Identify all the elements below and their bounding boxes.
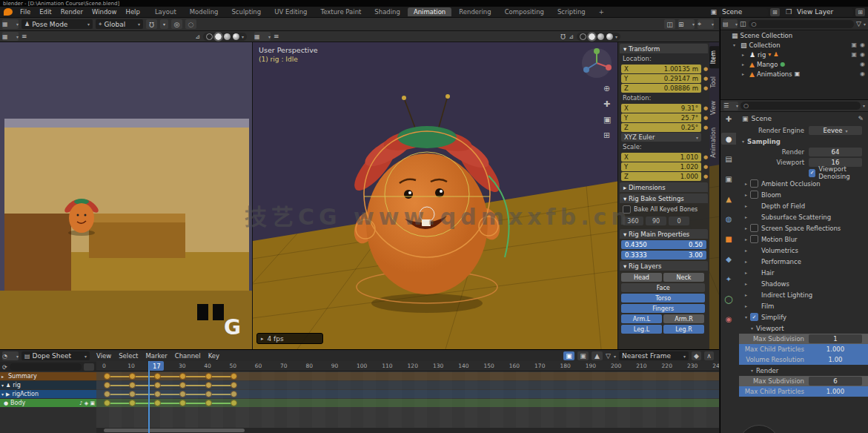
scale-field[interactable]: Y1.020 bbox=[621, 162, 701, 171]
proportional-toggle[interactable]: ◆ bbox=[692, 351, 701, 360]
expand-caret-icon[interactable]: ▾ bbox=[733, 42, 738, 47]
section-checkbox[interactable] bbox=[750, 179, 758, 188]
channel-label[interactable]: Body bbox=[10, 400, 25, 406]
keyframe-decorator-icon[interactable]: ● bbox=[703, 76, 708, 82]
menu-item[interactable]: Help bbox=[121, 8, 144, 16]
properties-section-header[interactable]: Subsurface Scattering bbox=[739, 211, 868, 222]
ghost-toggle[interactable]: ▣ bbox=[577, 351, 589, 360]
outliner-item-label[interactable]: Animations bbox=[757, 70, 792, 78]
channel-toggle-icons[interactable]: ♪ ◈ ▣ bbox=[79, 400, 95, 406]
rotation-field[interactable]: X9.31° bbox=[621, 104, 701, 113]
section-checkbox[interactable] bbox=[750, 224, 758, 232]
render-engine-select[interactable]: Eevee▾ bbox=[809, 126, 862, 135]
proportional-icon[interactable]: ⊿ bbox=[569, 33, 574, 40]
new-view-layer-button[interactable]: ⊞ bbox=[855, 8, 865, 16]
keyframe-decorator-icon[interactable]: ● bbox=[703, 66, 708, 72]
rendered-shading-icon[interactable] bbox=[606, 33, 613, 40]
scale-field[interactable]: Z1.000 bbox=[621, 172, 701, 181]
selectable-toggle-icon[interactable]: ▣ bbox=[851, 51, 857, 58]
new-scene-button[interactable]: ⊞ bbox=[770, 8, 780, 16]
sidebar-tab[interactable]: Item bbox=[709, 46, 719, 68]
section-checkbox[interactable] bbox=[750, 191, 758, 199]
keyframe-decorator-icon[interactable]: ● bbox=[703, 115, 708, 121]
properties-section-header[interactable]: Depth of Field bbox=[739, 200, 868, 211]
menu-item[interactable]: Render bbox=[56, 8, 87, 16]
wireframe-shading-icon[interactable] bbox=[580, 33, 586, 40]
transform-panel-header[interactable]: ▾ Transform bbox=[620, 44, 708, 53]
expand-caret-icon[interactable]: ▸ bbox=[1, 374, 4, 379]
transform-orientation-select[interactable]: ⌖Global▾ bbox=[96, 19, 143, 29]
filter-icon[interactable]: ▽ bbox=[606, 352, 611, 360]
display-mode-icon[interactable]: ◫ bbox=[740, 20, 746, 27]
properties-tab-physics[interactable]: ◯ bbox=[721, 293, 736, 305]
solid-shading-icon[interactable] bbox=[215, 33, 222, 40]
rig-layer-button[interactable]: Neck bbox=[663, 273, 704, 282]
gizmos-toggle[interactable]: ⌖▾ bbox=[698, 19, 714, 29]
simplify-checkbox[interactable]: ✓ bbox=[750, 313, 758, 321]
menu-item[interactable]: File bbox=[16, 8, 35, 16]
snap-options-dropdown[interactable]: ▾ bbox=[160, 19, 168, 29]
current-frame-badge[interactable]: 17 bbox=[149, 361, 164, 371]
rotation-mode-select[interactable]: XYZ Euler▾ bbox=[621, 133, 701, 142]
rig-layer-button[interactable]: Arm.L bbox=[621, 314, 662, 323]
properties-section-header[interactable]: Indirect Lighting bbox=[739, 289, 868, 300]
section-checkbox[interactable] bbox=[750, 235, 758, 243]
sampling-render-field[interactable]: 64 bbox=[809, 148, 862, 156]
visibility-eye-icon[interactable]: ◉ bbox=[860, 70, 865, 77]
workspace-tab[interactable]: Texture Paint bbox=[315, 7, 368, 16]
rendered-shading-icon[interactable] bbox=[233, 33, 239, 40]
outliner-item-label[interactable]: Scene Collection bbox=[741, 32, 793, 39]
outliner-row[interactable]: ▸ ▲ Animations ▣ ◉ bbox=[720, 69, 868, 79]
location-field[interactable]: Z0.08886 m bbox=[621, 84, 701, 93]
visibility-eye-icon[interactable]: ◉ bbox=[860, 51, 865, 58]
visibility-eye-icon[interactable]: ◉ bbox=[860, 61, 865, 67]
dope-menu-item[interactable]: Key bbox=[205, 352, 223, 360]
expand-caret-icon[interactable]: ▾ bbox=[1, 391, 4, 397]
dope-menu-item[interactable]: Marker bbox=[142, 352, 170, 360]
main-editor-type-button[interactable]: ▦▾ bbox=[254, 32, 271, 41]
sidebar-tab[interactable]: Tool bbox=[709, 72, 719, 93]
channel-search-input[interactable] bbox=[10, 363, 82, 371]
scale-field[interactable]: X1.010 bbox=[621, 153, 701, 162]
pan-hand-icon[interactable]: ✚ bbox=[603, 99, 611, 109]
properties-section-header[interactable]: Shadows bbox=[739, 278, 868, 289]
outliner-row[interactable]: ▾ ▧ Collection ▣ ◉ bbox=[720, 40, 868, 50]
properties-section-header[interactable]: Bloom bbox=[739, 189, 868, 200]
dope-editor-type-button[interactable]: ◔▾ bbox=[2, 351, 19, 360]
only-selected-toggle[interactable]: ▣ bbox=[563, 351, 574, 360]
denoise-checkbox[interactable]: ✓ bbox=[809, 169, 815, 177]
hamburger-menu-icon[interactable]: ≡ bbox=[274, 33, 279, 40]
channel-label[interactable]: rigAction bbox=[12, 391, 39, 397]
simplify-viewport-subheader[interactable]: Viewport bbox=[739, 323, 868, 334]
rig-props-panel-header[interactable]: ▾ Rig Main Properties bbox=[620, 229, 708, 239]
properties-search-input[interactable]: ○ bbox=[741, 102, 861, 110]
rig-property-slider[interactable]: 0.43500.50 bbox=[621, 240, 706, 249]
rig-layer-button[interactable]: Face bbox=[621, 283, 705, 292]
expand-caret-icon[interactable]: ▸ bbox=[742, 62, 747, 67]
properties-section-header[interactable]: Film bbox=[739, 300, 868, 311]
menu-item[interactable]: Edit bbox=[35, 8, 56, 16]
menu-item[interactable]: Window bbox=[87, 8, 122, 16]
dope-menu-item[interactable]: Channel bbox=[171, 352, 205, 360]
blender-logo-icon[interactable] bbox=[4, 8, 13, 16]
properties-tab-material[interactable]: ◉ bbox=[721, 313, 736, 325]
workspace-tab[interactable]: Layout bbox=[149, 7, 182, 16]
keyframe-decorator-icon[interactable]: ● bbox=[703, 105, 708, 111]
location-field[interactable]: X1.00135 m bbox=[621, 65, 701, 73]
simplify-value-field[interactable]: 1.000 bbox=[809, 345, 862, 354]
outliner-row[interactable]: ▦ Scene Collection bbox=[720, 30, 868, 40]
hamburger-menu-icon[interactable]: ≡ bbox=[21, 33, 27, 40]
outliner-item-label[interactable]: rig bbox=[758, 51, 766, 59]
filter-icon[interactable]: ▽ bbox=[856, 20, 861, 27]
properties-tab-object[interactable]: ■ bbox=[721, 233, 736, 245]
refresh-icon[interactable]: ⟳ bbox=[2, 364, 7, 371]
workspace-tab[interactable]: Modeling bbox=[184, 7, 225, 16]
properties-tab-render[interactable]: ● bbox=[721, 133, 736, 145]
channel-row[interactable]: ▾ ▶ rigAction bbox=[0, 390, 719, 398]
navigation-gizmo[interactable] bbox=[580, 47, 613, 79]
keyframe-decorator-icon[interactable]: ● bbox=[703, 85, 708, 91]
properties-editor-button[interactable]: ☰▾ bbox=[723, 102, 738, 110]
rotation-field[interactable]: Y25.7° bbox=[621, 113, 701, 122]
expand-caret-icon[interactable]: ▸ bbox=[742, 71, 747, 76]
channel-row[interactable]: ▸ Summary bbox=[0, 372, 719, 380]
